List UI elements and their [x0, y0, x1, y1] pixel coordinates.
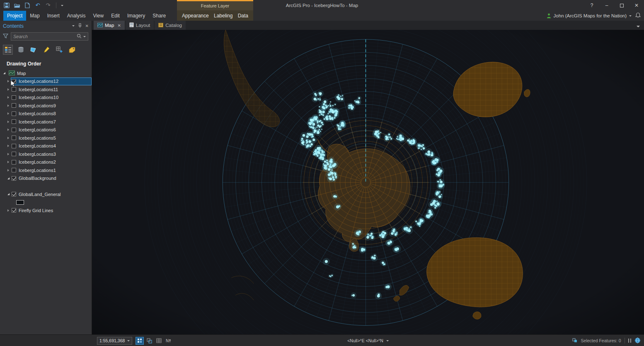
layer-row[interactable]: IcebergLocations11: [0, 85, 92, 94]
layer-row-inner[interactable]: IcebergLocations9: [11, 102, 92, 110]
close-tab-icon[interactable]: ✕: [117, 23, 121, 28]
layer-row[interactable]: IcebergLocations10: [0, 94, 92, 102]
list-by-snapping-icon[interactable]: [55, 45, 64, 54]
layer-row[interactable]: IcebergLocations3: [0, 150, 92, 158]
globe-status-icon[interactable]: [634, 337, 641, 344]
search-icon[interactable]: [77, 33, 82, 40]
maximize-button[interactable]: [614, 0, 629, 11]
layer-row[interactable]: IcebergLocations9: [0, 102, 92, 110]
attribute-table-icon[interactable]: [155, 337, 162, 344]
map-view[interactable]: [92, 30, 644, 334]
expander-icon[interactable]: [6, 193, 11, 195]
list-by-editing-icon[interactable]: [42, 45, 51, 54]
layer-row-inner[interactable]: IcebergLocations7: [11, 118, 92, 126]
pane-pin-icon[interactable]: [78, 23, 82, 29]
filter-icon[interactable]: [3, 33, 8, 40]
layer-visibility-checkbox[interactable]: [12, 160, 16, 165]
layer-row-inner[interactable]: IcebergLocations5: [11, 134, 92, 142]
pane-menu-caret[interactable]: [72, 25, 75, 27]
layer-row[interactable]: IcebergLocations2: [0, 158, 92, 167]
layer-row[interactable]: IcebergLocations12: [0, 77, 92, 86]
expander-icon[interactable]: [6, 177, 11, 179]
layer-row[interactable]: GlobalLand_General: [0, 190, 92, 198]
layer-visibility-checkbox[interactable]: [12, 103, 16, 108]
layer-row-inner[interactable]: IcebergLocations2: [11, 158, 92, 167]
layer-row-inner[interactable]: IcebergLocations3: [11, 150, 92, 158]
layer-visibility-checkbox[interactable]: [12, 168, 16, 172]
expander-icon[interactable]: [6, 88, 11, 91]
open-project-icon[interactable]: [14, 2, 20, 9]
layer-visibility-checkbox[interactable]: [12, 135, 16, 140]
expander-icon[interactable]: [6, 137, 11, 139]
redo-icon[interactable]: ↷: [45, 2, 51, 9]
ribbon-tab-analysis[interactable]: Analysis: [63, 11, 90, 21]
layer-visibility-checkbox[interactable]: [12, 152, 16, 156]
coordinates-display[interactable]: <Null>°E <Null>°N: [347, 335, 389, 346]
layer-row-inner[interactable]: IcebergLocations1: [11, 166, 92, 174]
minimize-button[interactable]: –: [599, 0, 614, 11]
layer-row-inner[interactable]: IcebergLocations10: [11, 94, 92, 102]
layer-visibility-checkbox[interactable]: [12, 119, 16, 124]
layer-visibility-checkbox[interactable]: [12, 208, 16, 213]
layer-row-inner[interactable]: IcebergLocations12: [11, 77, 92, 86]
layer-row-inner[interactable]: GlobalBackground: [11, 174, 92, 183]
user-account[interactable]: John (ArcGIS Maps for the Nation): [547, 11, 632, 21]
pause-drawing-icon[interactable]: [628, 339, 632, 343]
expander-icon[interactable]: [6, 112, 11, 115]
layer-row[interactable]: IcebergLocations4: [0, 142, 92, 150]
layer-row[interactable]: IcebergLocations5: [0, 134, 92, 142]
ribbon-tab-edit[interactable]: Edit: [107, 11, 123, 21]
layer-visibility-checkbox[interactable]: [12, 95, 16, 100]
snapping-toggle-icon[interactable]: [145, 337, 153, 344]
search-options-caret[interactable]: [83, 36, 86, 37]
list-by-drawing-order-icon[interactable]: [3, 45, 12, 54]
ribbon-expand-caret[interactable]: [637, 22, 644, 29]
expander-icon[interactable]: [6, 161, 11, 163]
new-project-icon[interactable]: [24, 2, 31, 9]
expander-icon[interactable]: [6, 169, 11, 172]
symbol-swatch[interactable]: [16, 200, 24, 205]
expander-icon[interactable]: [6, 104, 11, 107]
search-input[interactable]: [13, 34, 75, 39]
tree-root-map[interactable]: Map: [0, 69, 92, 77]
expander-icon[interactable]: [2, 72, 7, 74]
expander-icon[interactable]: [6, 145, 11, 147]
contextual-tab-appearance[interactable]: Appearance: [182, 13, 209, 19]
expander-icon[interactable]: [6, 96, 11, 99]
expander-icon[interactable]: [6, 153, 11, 155]
ribbon-tab-view[interactable]: View: [89, 11, 107, 21]
layer-visibility-checkbox[interactable]: [12, 144, 16, 148]
layer-visibility-checkbox[interactable]: [12, 192, 16, 196]
layer-row-inner[interactable]: IcebergLocations6: [11, 126, 92, 134]
list-by-data-source-icon[interactable]: [16, 45, 25, 54]
expander-icon[interactable]: [6, 80, 11, 82]
close-button[interactable]: ✕: [629, 0, 644, 11]
contextual-tab-data[interactable]: Data: [238, 13, 248, 19]
map-scale-select[interactable]: 1:55,691,368: [97, 337, 132, 345]
north-arrow-icon[interactable]: N: [165, 337, 172, 344]
layer-row[interactable]: IcebergLocations7: [0, 118, 92, 126]
layer-visibility-checkbox[interactable]: [12, 128, 16, 132]
customize-toolbar-caret[interactable]: [61, 5, 63, 6]
layer-row-inner[interactable]: GlobalLand_General: [11, 190, 92, 198]
layer-row[interactable]: IcebergLocations1: [0, 166, 92, 174]
layer-visibility-checkbox[interactable]: [12, 79, 16, 84]
layer-row[interactable]: IcebergLocations6: [0, 126, 92, 134]
ribbon-tab-share[interactable]: Share: [149, 11, 169, 21]
ribbon-tab-insert[interactable]: Insert: [44, 11, 63, 21]
layer-row[interactable]: Firefly Grid Lines: [0, 206, 92, 215]
list-by-labeling-icon[interactable]: [68, 45, 77, 54]
expander-icon[interactable]: [6, 209, 11, 212]
view-tab-layout[interactable]: Layout: [126, 21, 154, 30]
view-tab-map[interactable]: Map✕: [94, 21, 125, 30]
save-project-icon[interactable]: [3, 2, 10, 9]
ribbon-tab-project[interactable]: Project: [3, 11, 26, 21]
expander-icon[interactable]: [6, 121, 11, 123]
layer-visibility-checkbox[interactable]: [12, 111, 16, 116]
help-button[interactable]: ?: [584, 0, 599, 11]
layer-row-inner[interactable]: Firefly Grid Lines: [11, 206, 92, 215]
layer-row-inner[interactable]: IcebergLocations8: [11, 110, 92, 118]
contextual-tab-labeling[interactable]: Labeling: [214, 13, 232, 19]
layer-row[interactable]: IcebergLocations8: [0, 110, 92, 118]
ribbon-tab-map[interactable]: Map: [26, 11, 43, 21]
